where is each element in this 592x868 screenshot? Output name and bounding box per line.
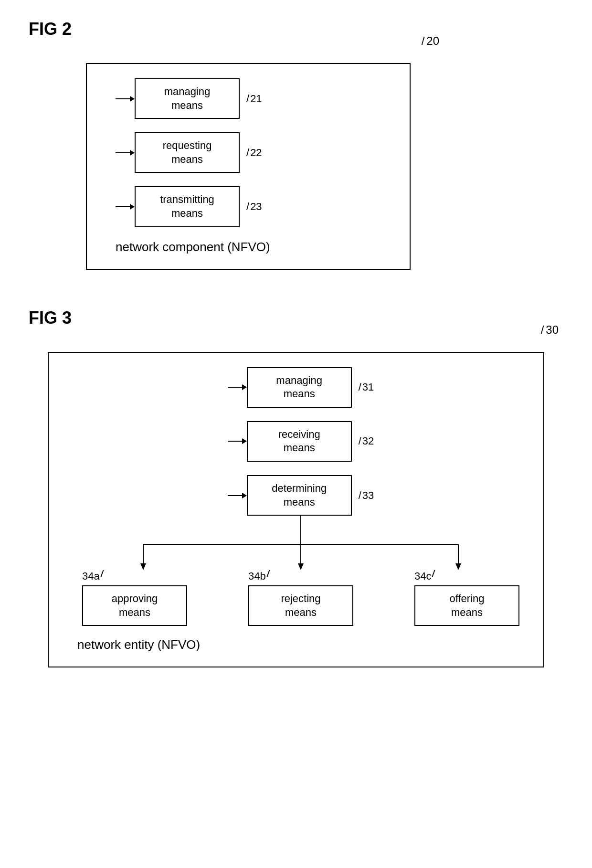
fig3-box-receiving: receiving means bbox=[247, 421, 352, 462]
fig2-section: FIG 2 / 20 managing means /21 bbox=[29, 19, 563, 270]
fig2-ref-num: / 20 bbox=[422, 34, 439, 48]
fig3-box-offering: offering means bbox=[414, 585, 519, 626]
fig3-outer-box: managing means /31 receiving means bbox=[48, 352, 544, 668]
fig3-row-receiving: receiving means /32 bbox=[228, 421, 374, 462]
fig3-connector-area bbox=[77, 516, 524, 575]
fig2-box-requesting: requesting means bbox=[135, 132, 240, 173]
arrow-head bbox=[130, 96, 135, 102]
fig3-arrow-determining bbox=[228, 493, 247, 498]
fig2-box-transmitting: transmitting means bbox=[135, 186, 240, 227]
fig3-ref-num: / 30 bbox=[541, 323, 559, 337]
fig3-top-section: managing means /31 receiving means bbox=[77, 367, 524, 516]
arrow-line bbox=[116, 152, 130, 153]
arrow-line bbox=[228, 387, 242, 388]
fig3-bottom-offering: 34c offering means bbox=[414, 570, 519, 626]
arrow-line bbox=[116, 206, 130, 207]
fig3-bottom-row: 34a approving means 34b rejecting means bbox=[77, 570, 524, 626]
arrow-line bbox=[116, 98, 130, 99]
arrow-head bbox=[130, 204, 135, 210]
fig2-rows: managing means /21 requesting means bbox=[116, 78, 391, 232]
fig2-ref-requesting: /22 bbox=[246, 147, 262, 159]
fig3-connector-svg bbox=[77, 516, 524, 573]
arrow-head bbox=[242, 493, 247, 498]
fig3-row-determining: determining means /33 bbox=[228, 475, 374, 516]
fig2-outer-box: managing means /21 requesting means bbox=[86, 63, 411, 270]
fig2-row-requesting: requesting means /22 bbox=[116, 132, 391, 173]
fig3-bottom-rejecting: 34b rejecting means bbox=[248, 570, 353, 626]
fig3-section: FIG 3 / 30 managing means bbox=[29, 308, 563, 668]
fig2-footer: network component (NFVO) bbox=[116, 240, 391, 254]
fig2-row-transmitting: transmitting means /23 bbox=[116, 186, 391, 227]
fig2-ref-tick: / bbox=[422, 34, 425, 48]
fig3-row-managing: managing means /31 bbox=[228, 367, 374, 408]
fig2-ref-transmitting: /23 bbox=[246, 201, 262, 213]
fig2-ref-managing: /21 bbox=[246, 93, 262, 105]
fig3-arrow-receiving bbox=[228, 438, 247, 444]
fig2-arrow-transmitting bbox=[116, 204, 135, 210]
fig3-box-managing: managing means bbox=[247, 367, 352, 408]
fig3-box-approving: approving means bbox=[82, 585, 187, 626]
fig3-arrow-managing bbox=[228, 384, 247, 390]
fig3-footer: network entity (NFVO) bbox=[77, 637, 524, 652]
fig3-ref-managing: /31 bbox=[359, 381, 374, 393]
fig3-bottom-approving: 34a approving means bbox=[82, 570, 187, 626]
arrow-head bbox=[130, 150, 135, 156]
fig2-arrow-managing bbox=[116, 96, 135, 102]
fig3-ref-tick: / bbox=[541, 323, 544, 337]
fig3-ref-receiving: /32 bbox=[359, 435, 374, 447]
arrow-line bbox=[228, 441, 242, 442]
svg-marker-5 bbox=[298, 563, 304, 570]
fig2-box-managing: managing means bbox=[135, 78, 240, 119]
fig2-arrow-requesting bbox=[116, 150, 135, 156]
arrow-line bbox=[228, 495, 242, 496]
arrow-head bbox=[242, 438, 247, 444]
fig3-label: FIG 3 bbox=[29, 308, 563, 328]
fig3-box-determining: determining means bbox=[247, 475, 352, 516]
fig3-ref-determining: /33 bbox=[359, 489, 374, 502]
svg-marker-3 bbox=[140, 563, 146, 570]
svg-marker-7 bbox=[455, 563, 461, 570]
fig2-row-managing: managing means /21 bbox=[116, 78, 391, 119]
fig2-label: FIG 2 bbox=[29, 19, 563, 39]
fig3-box-rejecting: rejecting means bbox=[248, 585, 353, 626]
arrow-head bbox=[242, 384, 247, 390]
